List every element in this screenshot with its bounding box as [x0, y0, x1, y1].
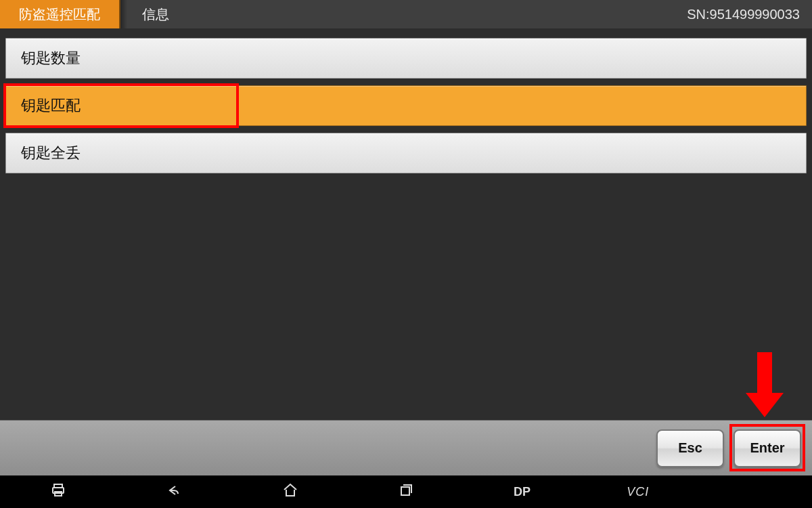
header-section-title: 信息: [127, 5, 169, 24]
nav-print[interactable]: [0, 475, 116, 508]
function-title-text: 防盗遥控匹配: [19, 5, 100, 24]
main-body: 钥匙数量 钥匙匹配 钥匙全丢: [0, 28, 812, 420]
back-icon: [166, 482, 182, 502]
nav-home[interactable]: [232, 475, 348, 508]
vci-label: VCI: [627, 485, 649, 499]
nav-vci[interactable]: VCI: [580, 475, 696, 508]
esc-button[interactable]: Esc: [656, 429, 724, 467]
serial-number-text: SN:951499990033: [687, 7, 800, 22]
nav-back[interactable]: [116, 475, 231, 508]
menu-item-label: 钥匙全丢: [21, 143, 81, 163]
nav-recent[interactable]: [348, 475, 464, 508]
dp-label: DP: [514, 485, 531, 499]
menu-item-key-quantity[interactable]: 钥匙数量: [5, 38, 807, 79]
menu-list: 钥匙数量 钥匙匹配 钥匙全丢: [0, 38, 812, 173]
system-nav-bar: DP VCI: [0, 475, 812, 508]
header-divider: [120, 0, 127, 28]
home-icon: [282, 482, 298, 502]
menu-item-all-keys-lost[interactable]: 钥匙全丢: [5, 133, 807, 173]
printer-icon: [50, 482, 66, 502]
menu-item-label: 钥匙匹配: [21, 96, 81, 116]
serial-number: SN:951499990033: [687, 7, 812, 22]
recent-apps-icon: [398, 482, 414, 502]
enter-button-label: Enter: [750, 440, 784, 456]
header-bar: 防盗遥控匹配 信息 SN:951499990033: [0, 0, 812, 28]
esc-button-label: Esc: [678, 440, 702, 456]
svg-rect-3: [401, 487, 409, 495]
nav-empty: [696, 475, 812, 508]
menu-item-key-matching[interactable]: 钥匙匹配: [5, 85, 807, 126]
menu-item-label: 钥匙数量: [21, 48, 81, 68]
enter-button[interactable]: Enter: [734, 429, 801, 467]
header-function-title: 防盗遥控匹配: [0, 0, 120, 28]
section-title-text: 信息: [142, 7, 169, 22]
action-bar: Esc Enter: [0, 420, 812, 475]
nav-dp[interactable]: DP: [464, 475, 580, 508]
